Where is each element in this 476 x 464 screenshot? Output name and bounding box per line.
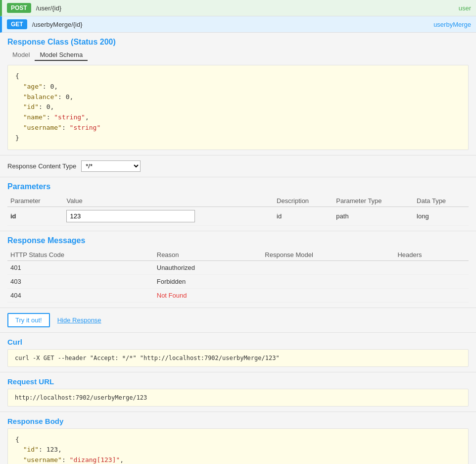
status-code-401: 401 xyxy=(7,260,154,274)
model-403 xyxy=(262,274,394,288)
param-type-cell: path xyxy=(333,206,414,225)
response-content-type-label: Response Content Type xyxy=(7,162,76,170)
response-class-title: Response Class (Status 200) xyxy=(7,38,469,47)
parameters-title: Parameters xyxy=(7,182,469,191)
schema-tab[interactable]: Model Schema xyxy=(35,50,88,61)
param-value-input[interactable] xyxy=(66,210,195,222)
reason-401: Unauthorized xyxy=(154,260,262,274)
desc-col-header: Description xyxy=(274,195,333,207)
curl-section: Curl curl -X GET --header "Accept: */*" … xyxy=(0,333,476,372)
model-401 xyxy=(262,260,394,274)
curl-title: Curl xyxy=(7,338,469,346)
curl-value: curl -X GET --header "Accept: */*" "http… xyxy=(7,349,469,367)
http-status-col-header: HTTP Status Code xyxy=(7,249,154,261)
response-model-col-header: Response Model xyxy=(262,249,394,261)
request-url-section: Request URL http://localhost:7902/userby… xyxy=(0,372,476,412)
post-method-badge: POST xyxy=(7,3,31,13)
get-endpoint-tag[interactable]: userbyMerge xyxy=(433,21,471,28)
response-body-section: Response Body { "id": 123, "username": "… xyxy=(0,412,476,464)
model-404 xyxy=(262,288,394,302)
post-endpoint-path: /user/{id} xyxy=(36,4,459,12)
param-desc-cell: id xyxy=(274,206,333,225)
response-content-type-select[interactable]: */* application/json text/plain xyxy=(81,160,141,172)
headers-401 xyxy=(394,260,469,274)
hide-response-link[interactable]: Hide Response xyxy=(57,316,101,324)
param-value-cell xyxy=(63,206,274,225)
value-col-header: Value xyxy=(63,195,274,207)
reason-403: Forbidden xyxy=(154,274,262,288)
model-tabs: Model Model Schema xyxy=(7,50,469,61)
schema-json-block: { "age": 0, "balance": 0, "id": 0, "name… xyxy=(7,65,469,150)
parameters-table: Parameter Value Description Parameter Ty… xyxy=(7,195,469,226)
parameters-section: Parameters Parameter Value Description P… xyxy=(0,177,476,231)
reason-col-header: Reason xyxy=(154,249,262,261)
get-endpoint-bar: GET /userbyMerge/{id} userbyMerge xyxy=(0,16,476,33)
param-name-cell: id xyxy=(7,206,63,225)
request-url-title: Request URL xyxy=(7,377,469,386)
request-url-value: http://localhost:7902/userbyMerge/123 xyxy=(7,389,469,407)
data-type-col-header: Data Type xyxy=(414,195,469,207)
param-type-col-header: Parameter Type xyxy=(333,195,414,207)
post-endpoint-bar: POST /user/{id} user xyxy=(0,0,476,16)
param-data-type-cell: long xyxy=(414,206,469,225)
response-content-type-row: Response Content Type */* application/js… xyxy=(0,155,476,177)
model-tab[interactable]: Model xyxy=(7,50,35,61)
headers-col-header: Headers xyxy=(394,249,469,261)
table-row: id id path long xyxy=(7,206,469,225)
status-code-403: 403 xyxy=(7,274,154,288)
response-messages-section: Response Messages HTTP Status Code Reaso… xyxy=(0,231,476,308)
table-row: 401 Unauthorized xyxy=(7,260,469,274)
headers-404 xyxy=(394,288,469,302)
table-row: 404 Not Found xyxy=(7,288,469,302)
try-it-row: Try it out! Hide Response xyxy=(0,308,476,332)
try-it-out-button[interactable]: Try it out! xyxy=(7,313,50,327)
get-method-badge: GET xyxy=(7,19,27,29)
response-body-title: Response Body xyxy=(7,417,469,425)
get-endpoint-path: /userbyMerge/{id} xyxy=(32,21,433,28)
response-body-block: { "id": 123, "username": "dizang[123]", … xyxy=(7,428,469,464)
headers-403 xyxy=(394,274,469,288)
param-col-header: Parameter xyxy=(7,195,63,207)
status-code-404: 404 xyxy=(7,288,154,302)
post-endpoint-tag[interactable]: user xyxy=(459,4,471,12)
reason-404: Not Found xyxy=(154,288,262,302)
response-messages-title: Response Messages xyxy=(7,236,469,245)
response-class-section: Response Class (Status 200) Model Model … xyxy=(0,33,476,155)
response-messages-table: HTTP Status Code Reason Response Model H… xyxy=(7,249,469,303)
table-row: 403 Forbidden xyxy=(7,274,469,288)
